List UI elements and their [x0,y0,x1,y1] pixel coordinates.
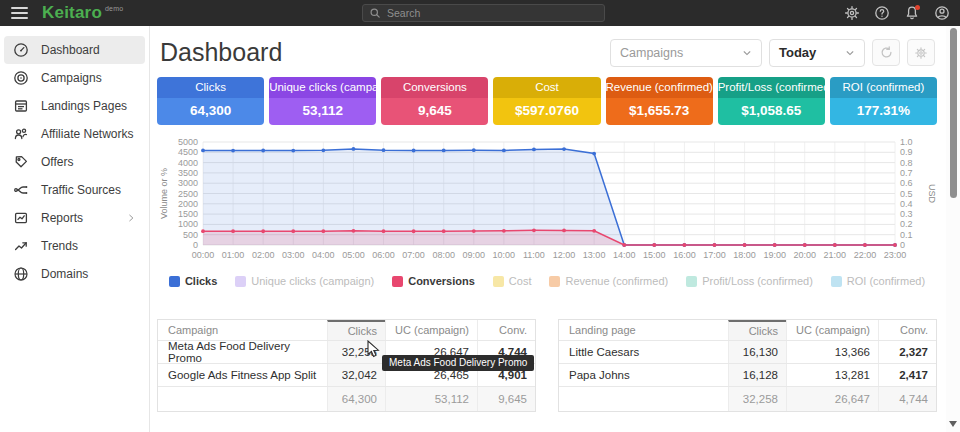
svg-text:0.2: 0.2 [900,219,913,229]
target-icon [13,70,29,86]
column-header[interactable]: Landing page [559,320,728,340]
legend-item[interactable]: Unique clicks (campaign) [235,275,374,287]
sidebar-item-label: Dashboard [41,43,100,57]
sidebar-item-domains[interactable]: Domains [4,260,145,288]
legend-chip [831,276,842,287]
legend-chip [235,276,246,287]
table-row[interactable]: Little Caesars16,13013,3662,327 [559,341,936,364]
table-header-row: CampaignClicksUC (campaign)Conv. [158,320,535,341]
scrollbar-thumb[interactable] [950,28,957,198]
row-name-cell: Little Caesars [559,341,728,363]
metric-card: ROI (confirmed)177.31% [830,77,937,125]
gauge-icon [13,42,29,58]
notifications-bell-icon[interactable] [903,5,920,22]
column-header[interactable]: UC (campaign) [385,320,477,340]
svg-text:1500: 1500 [178,209,198,219]
sidebar-item-affiliate-networks[interactable]: Affiliate Networks [4,120,145,148]
legend-chip [549,276,560,287]
date-range-select[interactable]: Today [769,39,865,67]
legend-item[interactable]: Clicks [169,275,217,287]
column-header[interactable]: Campaign [158,320,327,340]
svg-text:14:00: 14:00 [613,250,636,260]
svg-text:USD: USD [927,184,937,204]
totals-value-cell: 64,300 [327,387,385,411]
legend-item[interactable]: Conversions [392,275,475,287]
page-scrollbar [946,26,960,432]
search-input[interactable] [387,7,604,19]
gear-icon [914,46,928,60]
brand-logo[interactable]: Keitarodemo [42,3,123,23]
landing-pages-table: Landing pageClicksUC (campaign)Conv.Litt… [558,319,937,412]
sidebar-item-label: Landings Pages [41,99,127,113]
column-header[interactable]: Conv. [477,320,535,340]
svg-text:0.7: 0.7 [900,168,913,178]
sidebar-item-dashboard[interactable]: Dashboard [4,36,145,64]
svg-text:13:00: 13:00 [583,250,606,260]
dashboard-settings-button[interactable] [907,39,935,66]
row-value-cell: 32,042 [327,364,385,386]
row-value-cell: 16,128 [728,364,786,386]
svg-text:10:00: 10:00 [493,250,516,260]
svg-text:06:00: 06:00 [372,250,395,260]
scrollbar-down-arrow[interactable] [949,421,957,427]
sidebar-item-label: Campaigns [41,71,102,85]
table-row[interactable]: Papa Johns16,12813,2812,417 [559,364,936,387]
metric-card-value: 53,112 [269,98,376,125]
sidebar-item-label: Trends [41,239,78,253]
legend-chip [392,276,403,287]
legend-chip [493,276,504,287]
refresh-button[interactable] [872,39,900,66]
svg-text:4000: 4000 [178,158,198,168]
svg-text:2500: 2500 [178,189,198,199]
column-header[interactable]: Conv. [878,320,936,340]
metric-card-value: 177.31% [830,98,937,125]
legend-chip [169,276,180,287]
svg-text:0.3: 0.3 [900,209,913,219]
table-totals-row: 32,25826,6474,744 [559,387,936,411]
row-value-cell: 2,327 [878,341,936,363]
sidebar-item-traffic-sources[interactable]: Traffic Sources [4,176,145,204]
sidebar-item-reports[interactable]: Reports [4,204,145,232]
chevron-down-icon [845,48,855,58]
svg-text:18:00: 18:00 [733,250,756,260]
legend-label: Conversions [408,275,475,287]
column-header[interactable]: UC (campaign) [786,320,878,340]
sidebar-item-label: Domains [41,267,88,281]
svg-text:04:00: 04:00 [312,250,335,260]
svg-text:03:00: 03:00 [282,250,305,260]
column-header[interactable]: Clicks [327,320,385,340]
legend-item[interactable]: ROI (confirmed) [831,275,925,287]
row-hover-tooltip: Meta Ads Food Delivery Promo [382,355,534,371]
search-icon [369,7,381,19]
svg-text:5000: 5000 [178,137,198,147]
brand-badge: demo [105,5,123,12]
svg-text:02:00: 02:00 [252,250,275,260]
sidebar-item-campaigns[interactable]: Campaigns [4,64,145,92]
sidebar-item-offers[interactable]: Offers [4,148,145,176]
user-account-icon[interactable] [933,5,950,22]
svg-text:0.9: 0.9 [900,147,913,157]
global-search[interactable] [362,4,605,22]
legend-label: Unique clicks (campaign) [251,275,374,287]
svg-text:20:00: 20:00 [793,250,816,260]
sidebar-item-trends[interactable]: Trends [4,232,145,260]
help-icon[interactable] [873,5,890,22]
sidebar-item-landings-pages[interactable]: Landings Pages [4,92,145,120]
topbar: Keitarodemo [0,0,960,26]
totals-value-cell: 4,744 [878,387,936,411]
menu-toggle-icon[interactable] [11,7,28,19]
legend-label: Clicks [185,275,217,287]
page-title: Dashboard [160,38,282,67]
legend-item[interactable]: Revenue (confirmed) [549,275,668,287]
svg-text:4500: 4500 [178,147,198,157]
totals-empty-cell [559,387,728,411]
chart-canvas: 00:0001:0002:0003:0004:0005:0006:0007:00… [157,135,937,267]
legend-item[interactable]: Cost [493,275,532,287]
campaign-filter-select[interactable]: Campaigns [610,39,762,67]
sidebar-item-label: Reports [41,211,83,225]
summary-tables: CampaignClicksUC (campaign)Conv.Meta Ads… [157,319,937,412]
settings-gear-icon[interactable] [843,5,860,22]
column-header[interactable]: Clicks [728,320,786,340]
legend-item[interactable]: Profit/Loss (confirmed) [686,275,813,287]
people-icon [13,126,29,142]
